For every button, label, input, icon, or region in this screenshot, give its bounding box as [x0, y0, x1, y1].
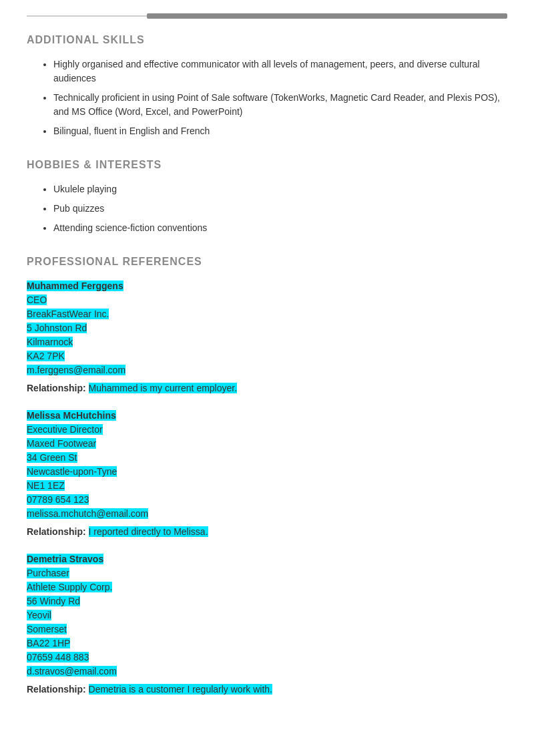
ref-address3-2: NE1 1EZ [27, 480, 65, 491]
top-divider [27, 13, 507, 19]
ref-contact-1: m.ferggens@email.com [27, 365, 125, 375]
relationship-text-2: I reported directly to Melissa. [89, 526, 208, 537]
additional-skills-list: Highly organised and effective communica… [27, 57, 507, 138]
ref-address1-3: 56 Windy Rd [27, 596, 80, 606]
divider-line-right [147, 13, 507, 19]
ref-company-3: Athlete Supply Corp. [27, 582, 112, 592]
ref-relationship-2: Relationship: I reported directly to Mel… [27, 525, 507, 539]
ref-address2-1: Kilmarnock [27, 337, 73, 347]
ref-name-3: Demetria Stravos [27, 554, 103, 564]
additional-skills-title: ADDITIONAL SKILLS [27, 32, 507, 48]
ref-title-1: CEO [27, 295, 47, 305]
ref-title-3: Purchaser [27, 568, 69, 578]
ref-address2-3: Yeovil [27, 610, 51, 620]
list-item: Pub quizzes [53, 202, 507, 216]
list-item: Attending science-fiction conventions [53, 221, 507, 235]
hobbies-section: HOBBIES & INTERESTS Ukulele playing Pub … [27, 157, 507, 235]
relationship-text-3: Demetria is a customer I regularly work … [89, 684, 272, 695]
relationship-label-1: Relationship: [27, 383, 86, 393]
professional-references-section: PROFESSIONAL REFERENCES Muhammed Ferggen… [27, 254, 507, 697]
ref-address3-3: Somerset [27, 624, 67, 634]
reference-block-1: Muhammed Ferggens CEO BreakFastWear Inc.… [27, 279, 507, 395]
ref-contact-3: 07659 448 883 [27, 652, 89, 663]
ref-name-2: Melissa McHutchins [27, 410, 116, 421]
ref-address4-3: BA22 1HP [27, 638, 70, 648]
relationship-label-2: Relationship: [27, 526, 86, 537]
hobbies-list: Ukulele playing Pub quizzes Attending sc… [27, 182, 507, 235]
relationship-text-1: Muhammed is my current employer. [89, 383, 238, 393]
ref-company-2: Maxed Footwear [27, 438, 96, 449]
ref-address3-1: KA2 7PK [27, 351, 65, 361]
list-item: Bilingual, fluent in English and French [53, 124, 507, 138]
ref-contact-2: 07789 654 123 [27, 494, 89, 505]
list-item: Technically proficient in using Point of… [53, 91, 507, 119]
divider-line-left [27, 15, 147, 17]
reference-block-3: Demetria Stravos Purchaser Athlete Suppl… [27, 552, 507, 697]
professional-references-title: PROFESSIONAL REFERENCES [27, 254, 507, 270]
ref-company-1: BreakFastWear Inc. [27, 309, 109, 319]
reference-block-2: Melissa McHutchins Executive Director Ma… [27, 409, 507, 539]
ref-contact2-2: melissa.mchutch@email.com [27, 508, 148, 519]
ref-address1-2: 34 Green St [27, 452, 77, 463]
ref-relationship-1: Relationship: Muhammed is my current emp… [27, 381, 507, 395]
list-item: Ukulele playing [53, 182, 507, 196]
ref-contact2-3: d.stravos@email.com [27, 666, 117, 677]
ref-address1-1: 5 Johnston Rd [27, 323, 87, 333]
relationship-label-3: Relationship: [27, 684, 86, 695]
list-item: Highly organised and effective communica… [53, 57, 507, 85]
ref-name-1: Muhammed Ferggens [27, 280, 123, 291]
ref-address2-2: Newcastle-upon-Tyne [27, 466, 117, 477]
hobbies-title: HOBBIES & INTERESTS [27, 157, 507, 173]
ref-relationship-3: Relationship: Demetria is a customer I r… [27, 683, 507, 697]
additional-skills-section: ADDITIONAL SKILLS Highly organised and e… [27, 32, 507, 138]
ref-title-2: Executive Director [27, 424, 103, 435]
